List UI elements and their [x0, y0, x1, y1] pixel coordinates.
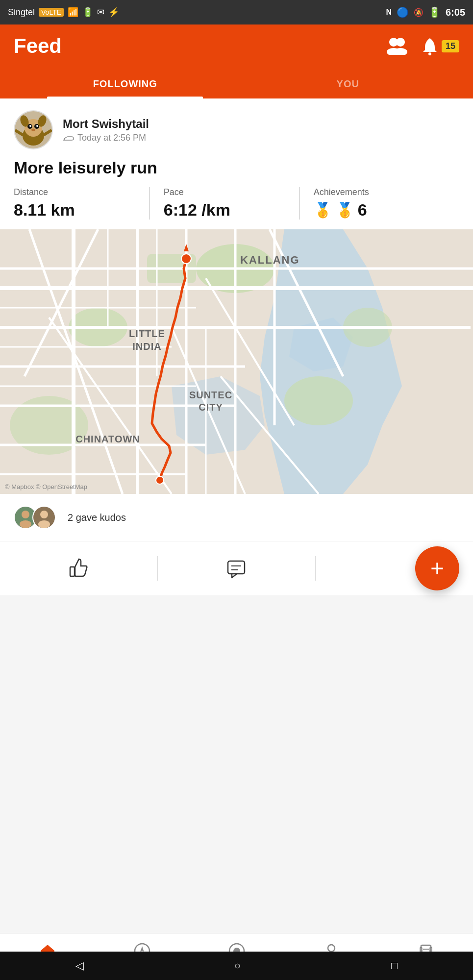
svg-point-63	[40, 511, 48, 518]
bluetooth-icon: 🔵	[397, 6, 409, 18]
add-activity-button[interactable]: +	[415, 546, 459, 590]
svg-point-11	[36, 125, 38, 127]
stat-divider-1	[149, 187, 150, 220]
plus-icon: +	[430, 557, 444, 580]
recents-button[interactable]: □	[391, 959, 398, 972]
notifications-button[interactable]: 15	[420, 36, 459, 56]
battery-icon: 🔋	[82, 7, 93, 18]
svg-point-58	[156, 476, 164, 484]
status-left: Singtel VoLTE 📶 🔋 ✉ ⚡	[8, 7, 119, 18]
carrier-label: Singtel	[8, 7, 35, 18]
page-title: Feed	[14, 34, 62, 58]
kudos-avatars	[14, 506, 51, 529]
notification-count: 15	[442, 40, 459, 52]
feed-tabs: FOLLOWING YOU	[14, 70, 459, 98]
home-button[interactable]: ○	[234, 959, 241, 972]
activity-title: More leisurely run	[14, 158, 459, 177]
like-button[interactable]	[0, 548, 157, 588]
svg-text:CITY: CITY	[199, 402, 223, 413]
user-name[interactable]: Mort Swishytail	[63, 117, 149, 131]
network-type: VoLTE	[39, 8, 64, 17]
tab-you[interactable]: YOU	[237, 70, 460, 98]
feed-content: Mort Swishytail Today at 2:56 PM More le…	[0, 98, 473, 595]
status-right: N 🔵 🔕 🔋 6:05	[386, 6, 465, 18]
timestamp: Today at 2:56 PM	[77, 133, 146, 143]
medal-icon-1: 🥇	[314, 201, 332, 219]
bottom-spacer	[0, 595, 473, 674]
user-row: Mort Swishytail Today at 2:56 PM	[14, 110, 459, 149]
achievements-count: 6	[358, 200, 367, 220]
mail-icon: ✉	[97, 7, 104, 18]
achievements-label: Achievements	[314, 187, 459, 197]
stat-divider-2	[299, 187, 300, 220]
tab-following[interactable]: FOLLOWING	[14, 70, 237, 98]
misc-icon: ⚡	[108, 7, 119, 18]
svg-point-56	[181, 254, 191, 264]
comment-button[interactable]	[158, 548, 315, 588]
svg-rect-65	[70, 567, 75, 576]
distance-label: Distance	[14, 187, 135, 197]
pace-value: 6:12 /km	[164, 200, 285, 220]
kudos-avatar-2	[32, 506, 56, 529]
status-bar: Singtel VoLTE 📶 🔋 ✉ ⚡ N 🔵 🔕 🔋 6:05	[0, 0, 473, 24]
nfc-icon: N	[386, 8, 392, 17]
svg-text:CHINATOWN: CHINATOWN	[75, 434, 140, 444]
achievements-stat: Achievements 🥇 🥇 6	[314, 187, 459, 220]
svg-point-10	[29, 125, 31, 127]
svg-point-12	[31, 129, 35, 131]
svg-text:INDIA: INDIA	[132, 341, 161, 352]
system-nav-bar: ◁ ○ □	[0, 952, 473, 980]
avatar[interactable]	[14, 110, 53, 149]
svg-text:SUNTEC: SUNTEC	[189, 390, 232, 400]
app-header: Feed 15 FOLLOWING YO	[0, 24, 473, 98]
svg-point-61	[20, 520, 31, 528]
medal-icon-2: 🥇	[336, 201, 354, 219]
action-divider-2	[315, 556, 316, 581]
svg-text:KALLANG: KALLANG	[240, 254, 300, 266]
svg-point-74	[328, 945, 335, 952]
svg-point-60	[22, 511, 29, 518]
svg-point-20	[284, 376, 353, 425]
header-icons: 15	[385, 35, 459, 57]
route-map[interactable]: KALLANG LITTLE INDIA SUNTEC CITY CHINATO…	[0, 229, 473, 494]
svg-text:LITTLE: LITTLE	[129, 328, 165, 339]
stats-row: Distance 8.11 km Pace 6:12 /km Achieveme…	[14, 187, 459, 220]
header-top: Feed 15	[14, 34, 459, 58]
kudos-text: 2 gave kudos	[68, 512, 126, 523]
pace-stat: Pace 6:12 /km	[164, 187, 285, 220]
back-button[interactable]: ◁	[75, 959, 84, 972]
svg-text:© Mapbox © OpenStreetMap: © Mapbox © OpenStreetMap	[5, 483, 87, 490]
activity-time: Today at 2:56 PM	[63, 133, 149, 143]
battery-level: 🔋	[428, 6, 441, 18]
pace-label: Pace	[164, 187, 285, 197]
achievements-row: 🥇 🥇 6	[314, 200, 459, 220]
distance-value: 8.11 km	[14, 200, 135, 220]
svg-rect-66	[228, 561, 245, 574]
svg-point-64	[38, 520, 50, 528]
action-bar: +	[0, 541, 473, 595]
time-display: 6:05	[446, 7, 465, 18]
activity-card: Mort Swishytail Today at 2:56 PM More le…	[0, 98, 473, 220]
distance-stat: Distance 8.11 km	[14, 187, 135, 220]
silent-icon: 🔕	[414, 8, 423, 17]
kudos-row: 2 gave kudos	[0, 494, 473, 541]
friends-icon[interactable]	[385, 35, 409, 57]
signal-bars: 📶	[68, 7, 78, 18]
svg-point-1	[396, 38, 405, 47]
user-info: Mort Swishytail Today at 2:56 PM	[63, 117, 149, 143]
svg-point-4	[428, 52, 431, 55]
